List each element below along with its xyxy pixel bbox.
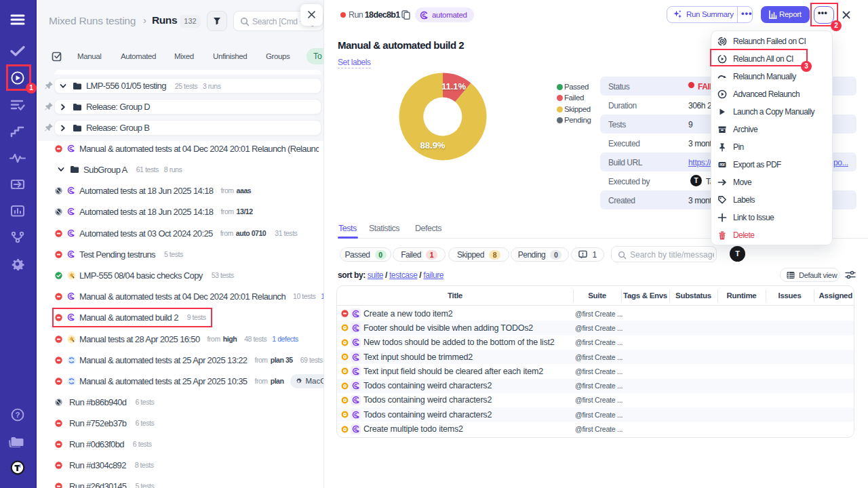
svg-text:?: ? [15, 411, 20, 419]
svg-text:PDF: PDF [719, 163, 725, 167]
